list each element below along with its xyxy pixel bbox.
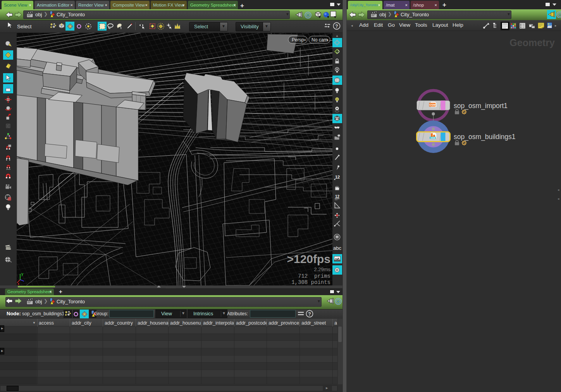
svg-text:>120fps: >120fps — [287, 253, 330, 265]
svg-text:OSM: OSM — [429, 103, 435, 106]
svg-text:x: x — [17, 282, 19, 285]
svg-text:712 prims: 712 prims — [298, 273, 330, 279]
svg-text:?: ? — [335, 24, 338, 29]
svg-text:sop_osm_import1: sop_osm_import1 — [454, 102, 508, 110]
svg-text:sop_osm_buildings1: sop_osm_buildings1 — [454, 133, 516, 141]
svg-text:Persp: Persp — [292, 37, 304, 43]
svg-text:▾: ▾ — [304, 38, 306, 42]
svg-text:OSM: OSM — [430, 137, 435, 139]
svg-text:?: ? — [308, 311, 311, 317]
svg-text:No cam: No cam — [311, 37, 327, 43]
svg-text:y: y — [21, 272, 23, 276]
svg-text:12: 12 — [335, 175, 340, 179]
svg-text:2.29ms: 2.29ms — [314, 266, 330, 272]
svg-text:12: 12 — [335, 194, 340, 199]
svg-text:▾: ▾ — [327, 38, 328, 42]
svg-text:1,308 points: 1,308 points — [291, 279, 330, 285]
